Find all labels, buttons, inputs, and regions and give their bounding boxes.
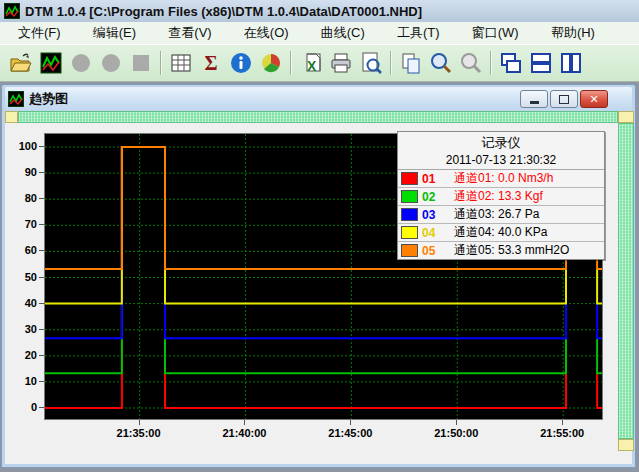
cascade-windows-button[interactable] <box>498 50 524 76</box>
tile-horizontal-button[interactable] <box>528 50 554 76</box>
scroll-up-button[interactable] <box>618 111 634 123</box>
menu-item[interactable]: 编辑(E) <box>89 23 140 43</box>
channel-value-text: 通道03: 26.7 Pa <box>454 206 539 223</box>
channel-id: 01 <box>422 172 442 186</box>
x-axis-tick <box>139 420 140 425</box>
x-axis-tick <box>456 420 457 425</box>
channel-value-text: 通道04: 40.0 KPa <box>454 224 547 241</box>
y-axis-label: 60 <box>7 244 37 256</box>
menu-item[interactable]: 曲线(C) <box>317 23 369 43</box>
channel-id: 05 <box>422 244 442 258</box>
toolbar-separator <box>490 51 492 75</box>
zoom-in-button[interactable] <box>428 50 454 76</box>
y-axis-label: 80 <box>7 192 37 204</box>
channel-color-swatch <box>401 226 418 239</box>
export-excel-button[interactable]: X <box>298 50 324 76</box>
print-button[interactable] <box>328 50 354 76</box>
top-scrollbar[interactable] <box>18 111 618 123</box>
legend-box[interactable]: 记录仪 2011-07-13 21:30:32 01通道01: 0.0 Nm3/… <box>397 131 605 260</box>
series-通道01 <box>597 373 602 408</box>
svg-text:Σ: Σ <box>204 52 217 74</box>
stop-disabled-icon <box>129 51 153 75</box>
cascade-windows-icon <box>499 51 523 75</box>
legend-timestamp: 2011-07-13 21:30:32 <box>398 153 604 170</box>
channel-color-swatch <box>401 244 418 257</box>
open-file-button[interactable] <box>8 50 34 76</box>
y-axis-tick <box>39 198 44 199</box>
export-excel-icon: X <box>299 51 323 75</box>
pie-chart-button[interactable] <box>258 50 284 76</box>
close-icon: ✕ <box>589 93 598 106</box>
legend-channel-row[interactable]: 05通道05: 53.3 mmH2O <box>398 242 604 259</box>
data-table-button[interactable] <box>168 50 194 76</box>
restore-button[interactable] <box>550 90 578 108</box>
y-axis-tick <box>39 303 44 304</box>
legend-channel-row[interactable]: 03通道03: 26.7 Pa <box>398 206 604 224</box>
menu-bar: 文件(F)编辑(E)查看(V)在线(O)曲线(C)工具(T)窗口(W)帮助(H) <box>0 22 639 44</box>
y-axis-tick <box>39 355 44 356</box>
tile-vertical-button[interactable] <box>558 50 584 76</box>
sum-button[interactable]: Σ <box>198 50 224 76</box>
minimize-button[interactable] <box>520 90 548 108</box>
sum-icon: Σ <box>199 51 223 75</box>
stop-disabled-button <box>128 50 154 76</box>
trend-chart-icon <box>39 51 63 75</box>
dtm-application-window: DTM 1.0.4 [C:\Program Files (x86)\DTM 1.… <box>0 0 639 472</box>
channel-color-swatch <box>401 172 418 185</box>
menu-item[interactable]: 在线(O) <box>240 23 293 43</box>
channel-id: 02 <box>422 190 442 204</box>
y-axis-label: 40 <box>7 297 37 309</box>
toolbar-separator <box>390 51 392 75</box>
right-scrollbar[interactable] <box>618 123 634 439</box>
scroll-down-button[interactable] <box>618 439 634 451</box>
y-axis-tick <box>39 329 44 330</box>
channel-value-text: 通道01: 0.0 Nm3/h <box>454 170 553 187</box>
y-axis-label: 90 <box>7 166 37 178</box>
window-title: DTM 1.0.4 [C:\Program Files (x86)\DTM 1.… <box>25 4 422 19</box>
legend-channel-row[interactable]: 02通道02: 13.3 Kgf <box>398 188 604 206</box>
series-通道04 <box>597 269 602 304</box>
y-axis-tick <box>39 381 44 382</box>
tile-horizontal-icon <box>529 51 553 75</box>
legend-channel-row[interactable]: 01通道01: 0.0 Nm3/h <box>398 170 604 188</box>
data-table-icon <box>169 51 193 75</box>
close-button[interactable]: ✕ <box>580 90 608 108</box>
main-titlebar[interactable]: DTM 1.0.4 [C:\Program Files (x86)\DTM 1.… <box>0 0 639 23</box>
open-file-icon <box>9 51 33 75</box>
app-trend-icon <box>4 3 20 19</box>
menu-item[interactable]: 窗口(W) <box>468 23 523 43</box>
print-preview-button[interactable] <box>358 50 384 76</box>
x-axis-label: 21:50:00 <box>423 427 489 439</box>
child-titlebar[interactable]: 趋势图 ✕ <box>5 87 632 111</box>
scroll-left-button[interactable] <box>5 111 18 123</box>
print-preview-icon <box>359 51 383 75</box>
y-axis-label: 20 <box>7 349 37 361</box>
zoom-out-disabled-button <box>458 50 484 76</box>
y-axis-tick <box>39 224 44 225</box>
menu-item[interactable]: 文件(F) <box>14 23 65 43</box>
x-axis-label: 21:35:00 <box>106 427 172 439</box>
trend-chart-button[interactable] <box>38 50 64 76</box>
channel-color-swatch <box>401 208 418 221</box>
channel-value-text: 通道05: 53.3 mmH2O <box>454 242 569 259</box>
toolbar: ΣX <box>0 44 639 82</box>
menu-item[interactable]: 帮助(H) <box>547 23 599 43</box>
record-disabled-icon <box>69 51 93 75</box>
y-axis-tick <box>39 146 44 147</box>
y-axis-tick <box>39 277 44 278</box>
channel-color-swatch <box>401 190 418 203</box>
legend-channel-row[interactable]: 04通道04: 40.0 KPa <box>398 224 604 242</box>
menu-item[interactable]: 查看(V) <box>164 23 215 43</box>
chart-client-area: 记录仪 2011-07-13 21:30:32 01通道01: 0.0 Nm3/… <box>5 111 632 464</box>
trend-chart-window[interactable]: 趋势图 ✕ <box>1 84 636 468</box>
y-axis-label: 70 <box>7 218 37 230</box>
copy-button[interactable] <box>398 50 424 76</box>
info-button[interactable] <box>228 50 254 76</box>
y-axis-label: 50 <box>7 271 37 283</box>
pie-chart-icon <box>259 51 283 75</box>
print-icon <box>329 51 353 75</box>
y-axis-tick <box>39 407 44 408</box>
zoom-in-icon <box>429 51 453 75</box>
menu-item[interactable]: 工具(T) <box>393 23 444 43</box>
x-axis-label: 21:55:00 <box>529 427 595 439</box>
